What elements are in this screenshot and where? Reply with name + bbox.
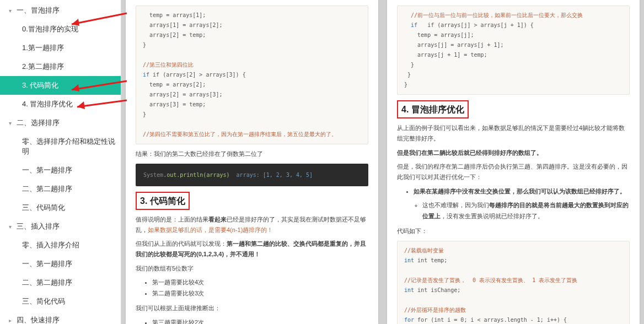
nav-item-10[interactable]: 三、代码简化: [0, 198, 121, 217]
chevron-icon: ▾: [9, 224, 14, 230]
nav-item-3[interactable]: 2.第二趟排序: [0, 57, 121, 76]
highlight-box-4: 4. 冒泡排序优化: [397, 100, 469, 118]
result-text: 结果：我们的第二大数已经排在了倒数第二位了: [136, 149, 368, 159]
nav-label: 一、第一趟排序: [22, 259, 72, 269]
p2-3: 但是，我们的程序在第二趟排序后仍会执行第三趟、第四趟排序。这是没有必要的，因此我…: [397, 161, 630, 182]
nav-label: 0.冒泡排序的实现: [22, 24, 78, 34]
nav-label: 4. 冒泡排序优化: [22, 99, 73, 109]
bullets-1: 第一趟需要比较4次 第二趟需要比较3次: [152, 277, 368, 299]
p4: 我们可以根据上面规律推断出：: [136, 303, 368, 314]
bullet: 如果在某趟排序中没有发生交换位置，那么我们可以认为该数组已经排好序了。 这也不难…: [414, 186, 630, 222]
sidebar-wrap: ▾一、冒泡排序0.冒泡排序的实现1.第一趟排序2.第二趟排序3. 代码简化4. …: [0, 0, 121, 324]
nav-item-6[interactable]: ▾二、选择排序: [0, 114, 121, 132]
nav-item-2[interactable]: 1.第一趟排序: [0, 39, 121, 57]
nav-item-0[interactable]: ▾一、冒泡排序: [0, 1, 121, 20]
code-block-swap-inner: //前一位与后一位与前一位比较，如果前一位比后一位要大，那么交换 if if (…: [397, 6, 630, 95]
bullet: 第三趟需要比较2次: [152, 317, 368, 324]
nav-label: 二、选择排序: [17, 118, 60, 128]
nav-label: 二、第二趟排序: [22, 184, 72, 194]
nav-label: 三、简化代码: [22, 296, 65, 306]
bullets-2: 第三趟需要比较2次 第四趟需要比较1次: [152, 317, 368, 324]
highlight-box-3: 3. 代码简化: [136, 192, 190, 210]
nav-label: 三、插入排序: [17, 222, 60, 231]
bullets-opt: 如果在某趟排序中没有发生交换位置，那么我们可以认为该数组已经排好序了。 这也不难…: [414, 186, 630, 222]
p2-2: 但是我们在第二躺比较后就已经得到排好序的数组了。: [397, 148, 630, 158]
nav-label: 2.第二趟排序: [22, 62, 64, 72]
nav-label: 零、选择排序介绍和稳定性说明: [22, 137, 115, 156]
nav-label: 三、代码简化: [22, 203, 65, 213]
chevron-icon: ▸: [9, 317, 14, 323]
code-block-swap23: temp = arrays[1]; arrays[1] = arrays[2];…: [136, 6, 368, 144]
p1: 值得说明的是：上面的结果看起来已经是排好序的了，其实是我在测试时数据还不足够乱，…: [136, 214, 368, 235]
chevron-icon: ▾: [9, 8, 14, 14]
p2-4: 代码如下：: [397, 226, 630, 236]
nav-item-14[interactable]: 二、第二趟排序: [0, 273, 121, 292]
nav-item-15[interactable]: 三、简化代码: [0, 292, 121, 311]
nav-label: 四、快速排序: [17, 315, 60, 324]
nav-label: 一、第一趟排序: [22, 165, 72, 175]
nav-item-16[interactable]: ▸四、快速排序: [0, 311, 121, 324]
nav-item-13[interactable]: 一、第一趟排序: [0, 255, 121, 273]
section-4-title: 4. 冒泡排序优化: [397, 100, 630, 118]
code-block-optimized: //装载临时变量 int int temp; //记录是否发生了置换， 0 表示…: [397, 241, 630, 324]
sidebar: ▾一、冒泡排序0.冒泡排序的实现1.第一趟排序2.第二趟排序3. 代码简化4. …: [0, 0, 121, 324]
section-3-title: 3. 代码简化: [136, 192, 368, 210]
nav-label: 一、冒泡排序: [17, 6, 60, 15]
chevron-icon: ▾: [9, 120, 14, 126]
nav-item-4[interactable]: 3. 代码简化: [0, 76, 121, 95]
p3: 我们的数组有5位数字: [136, 263, 368, 274]
p2: 但我们从上面的代码就可以发现：第一趟和第二趟的比较、交换代码都是重复的，并且我们…: [136, 239, 368, 259]
nav-item-5[interactable]: 4. 冒泡排序优化: [0, 95, 121, 114]
nav-label: 二、第二趟排序: [22, 278, 72, 288]
page-left: temp = arrays[1]; arrays[1] = arrays[2];…: [126, 0, 378, 324]
nav-item-9[interactable]: 二、第二趟排序: [0, 180, 121, 198]
bullet: 第二趟需要比较3次: [152, 288, 368, 299]
nav-item-7[interactable]: 零、选择排序介绍和稳定性说明: [0, 132, 121, 161]
nav-label: 3. 代码简化: [22, 80, 58, 90]
p2-1: 从上面的例子我们可以看出来，如果数据足够乱的情况下是需要经过4躺比较才能将数组完…: [397, 123, 630, 143]
nav-label: 1.第一趟排序: [22, 43, 64, 53]
bullet: 第一趟需要比较4次: [152, 277, 368, 288]
page-right: //前一位与后一位与前一位比较，如果前一位比后一位要大，那么交换 if if (…: [387, 0, 640, 324]
app-root: ▾一、冒泡排序0.冒泡排序的实现1.第一趟排序2.第二趟排序3. 代码简化4. …: [0, 0, 644, 324]
nav-item-11[interactable]: ▾三、插入排序: [0, 217, 121, 236]
nav-item-12[interactable]: 零、插入排序介绍: [0, 236, 121, 255]
bullet: 这也不难理解，因为我们每趟排序的目的就是将当前趟最大的数置换到对应的位置上，没有…: [422, 200, 630, 222]
nav-item-8[interactable]: 一、第一趟排序: [0, 161, 121, 180]
content-area: temp = arrays[1]; arrays[1] = arrays[2];…: [121, 0, 644, 324]
nav-label: 零、插入排序介绍: [22, 240, 79, 250]
console-output: System.out.println(arrays) arrays: [1, 2…: [136, 164, 368, 186]
nav-item-1[interactable]: 0.冒泡排序的实现: [0, 20, 121, 39]
